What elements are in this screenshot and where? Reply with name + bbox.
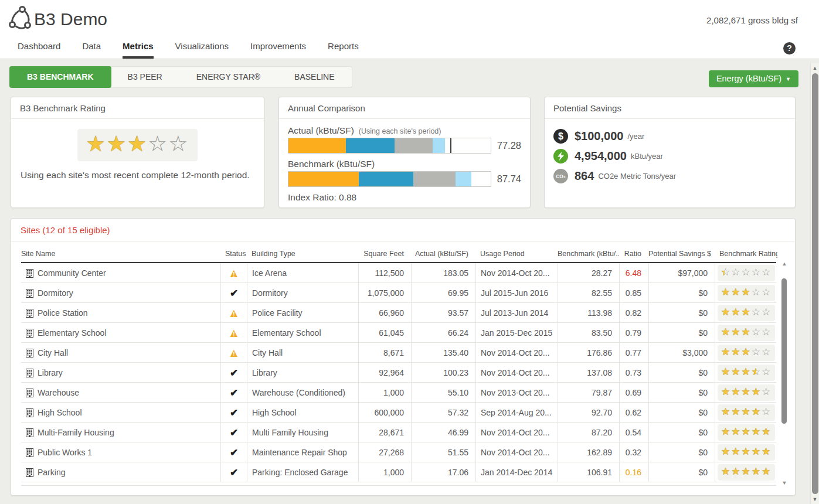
dollar-icon: $ xyxy=(553,129,568,144)
table-row[interactable]: Multi-Family Housing✔Multi Family Housin… xyxy=(21,423,776,442)
table-row[interactable]: Dormitory✔Dormitory1,075,00069.95Jul 201… xyxy=(21,283,776,303)
star-rating: ☆☆☆☆☆★★★★★ xyxy=(721,387,772,397)
building-icon xyxy=(26,389,33,397)
table-row[interactable]: Elementary School▲!Elementary School61,0… xyxy=(21,323,776,343)
nav-visualizations[interactable]: Visualizations xyxy=(175,41,229,59)
savings-cell: $0 xyxy=(648,323,715,343)
building-icon xyxy=(26,289,33,298)
status-cell: ✔ xyxy=(220,383,247,403)
page-scrollbar-thumb[interactable] xyxy=(812,73,818,494)
usage-period-cell: Nov 2014-Oct 20... xyxy=(475,423,558,442)
nav-improvements[interactable]: Improvements xyxy=(250,41,306,59)
savings-cell: $0 xyxy=(648,363,715,383)
help-icon[interactable]: ? xyxy=(783,42,796,55)
col-site-name[interactable]: Site Name xyxy=(21,250,220,258)
tab-energy-star[interactable]: ENERGY STAR® xyxy=(179,67,277,87)
savings-energy-row: 4,954,000 kBtu/year xyxy=(553,149,786,164)
col-status[interactable]: Status xyxy=(220,250,247,258)
square-feet-cell: 92,964 xyxy=(358,363,411,383)
actual-cell: 17.06 xyxy=(411,462,475,482)
index-ratio: Index Ratio: 0.88 xyxy=(288,192,521,203)
annual-comparison-title: Annual Comparison xyxy=(279,97,530,119)
table-scrollbar: ▲ ▼ xyxy=(781,260,788,487)
building-type-cell: Parking: Enclosed Garage xyxy=(247,462,358,482)
benchmark-cell: 79.87 xyxy=(558,383,619,403)
building-type-cell: Multi Family Housing xyxy=(247,423,358,442)
warning-icon: ▲! xyxy=(227,346,240,359)
page-scroll-down-icon[interactable]: ▼ xyxy=(811,496,819,502)
col-square-feet[interactable]: Square Feet xyxy=(358,250,411,258)
site-name-cell: Community Center xyxy=(21,263,220,283)
tab-b3-benchmark[interactable]: B3 BENCHMARK xyxy=(9,66,111,88)
benchmark-cell: 162.89 xyxy=(558,442,619,462)
building-type-cell: Library xyxy=(247,363,358,383)
potential-savings-title: Potential Savings xyxy=(545,97,795,119)
nav-metrics[interactable]: Metrics xyxy=(123,41,154,59)
savings-cell: $0 xyxy=(648,462,715,482)
table-row[interactable]: Public Works 1✔Maintenance Repair Shop27… xyxy=(21,442,776,462)
b3-logo-icon xyxy=(8,5,33,32)
table-row[interactable]: Community Center▲!Ice Arena112,500183.05… xyxy=(21,263,776,283)
warning-icon: ▲! xyxy=(227,267,240,280)
benchmark-cell: 87.20 xyxy=(558,423,619,442)
tab-b3-peer[interactable]: B3 PEER xyxy=(111,67,179,87)
check-icon: ✔ xyxy=(230,427,238,439)
col-benchmark[interactable]: Benchmark (kBtu/... xyxy=(558,250,619,258)
benchmark-cell: 82.55 xyxy=(558,283,619,303)
usage-period-cell: Jan 2015-Dec 2015 xyxy=(475,323,558,343)
col-ratio[interactable]: Ratio xyxy=(619,250,648,258)
nav-reports[interactable]: Reports xyxy=(328,41,359,59)
table-row[interactable]: Parking✔Parking: Enclosed Garage1,00017.… xyxy=(21,462,776,482)
page-scroll-up-icon[interactable]: ▲ xyxy=(811,65,819,71)
building-icon xyxy=(26,468,33,477)
gross-building-sf: 2,082,671 gross bldg sf xyxy=(706,15,798,25)
actual-bar-row: 77.28 xyxy=(288,138,521,154)
square-feet-cell: 8,671 xyxy=(358,343,411,363)
unit-selector-dropdown[interactable]: Energy (kBtu/SF)▼ xyxy=(709,70,798,87)
actual-cell: 69.95 xyxy=(411,283,475,303)
col-actual[interactable]: Actual (kBtu/SF) xyxy=(411,250,475,258)
nav-dashboard[interactable]: Dashboard xyxy=(18,41,60,59)
savings-cell: $97,000 xyxy=(648,263,715,283)
sites-title: Sites (12 of 15 eligible) xyxy=(11,219,795,241)
scroll-down-arrow-icon[interactable]: ▼ xyxy=(781,480,788,486)
table-row[interactable]: High School✔High School600,00057.32Sep 2… xyxy=(21,403,776,423)
savings-energy-unit: kBtu/year xyxy=(631,152,663,161)
usage-period-cell: Sep 2014-Aug 20... xyxy=(475,403,558,423)
col-benchmark-rating[interactable]: Benchmark Rating xyxy=(715,250,777,258)
col-building-type[interactable]: Building Type xyxy=(247,250,358,258)
table-row[interactable]: Police Station▲!Police Facility66,96093.… xyxy=(21,303,776,323)
status-cell: ▲! xyxy=(220,303,247,323)
building-icon xyxy=(26,448,33,457)
status-cell: ▲! xyxy=(220,263,247,283)
table-scrollbar-thumb[interactable] xyxy=(781,278,787,424)
benchmark-rating-title: B3 Benchmark Rating xyxy=(11,97,264,119)
scroll-up-arrow-icon[interactable]: ▲ xyxy=(781,261,788,267)
check-icon: ✔ xyxy=(230,387,238,399)
site-name-cell: High School xyxy=(21,403,220,423)
star-rating: ☆☆☆☆☆★★★★★ xyxy=(721,427,772,437)
page-title: B3 Demo xyxy=(34,9,107,29)
tab-baseline[interactable]: BASELINE xyxy=(277,67,351,87)
table-row[interactable]: Library✔Library92,964100.23Nov 2014-Oct … xyxy=(21,363,776,383)
co2-icon: CO₂ xyxy=(553,169,568,183)
col-potential-savings[interactable]: Potential Savings $ xyxy=(648,250,715,258)
content-area: B3 BENCHMARK B3 PEER ENERGY STAR® BASELI… xyxy=(0,59,819,504)
benchmark-value: 87.74 xyxy=(497,173,521,185)
table-row[interactable]: City Hall▲!City Hall8,671135.40Nov 2014-… xyxy=(21,343,776,363)
nav-data[interactable]: Data xyxy=(82,41,101,59)
table-body: Community Center▲!Ice Arena112,500183.05… xyxy=(21,263,776,486)
savings-cell: $0 xyxy=(648,283,715,303)
building-icon xyxy=(26,369,33,377)
bar-segment-electricity xyxy=(288,138,346,153)
building-type-cell: Maintenance Repair Shop xyxy=(247,442,358,462)
sites-table: Site Name Status Building Type Square Fe… xyxy=(21,250,776,486)
benchmark-tabs: B3 BENCHMARK B3 PEER ENERGY STAR® BASELI… xyxy=(9,66,352,88)
col-usage-period[interactable]: Usage Period xyxy=(475,250,558,258)
square-feet-cell: 1,000 xyxy=(358,462,411,482)
table-row[interactable]: Warehouse✔Warehouse (Conditioned)1,00055… xyxy=(21,383,776,403)
site-name-cell: Multi-Family Housing xyxy=(21,423,220,442)
rating-cell: ☆☆☆☆☆★★★★★ xyxy=(715,263,777,283)
rating-note: Using each site's most recent complete 1… xyxy=(21,170,254,181)
savings-cell: $0 xyxy=(648,442,715,462)
